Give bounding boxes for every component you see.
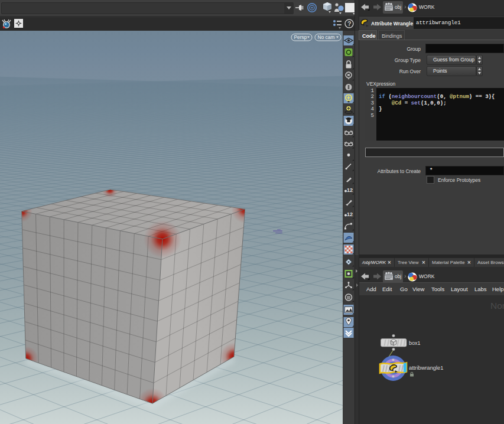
svg-text:12: 12 [347, 211, 353, 217]
svg-text:?: ? [347, 20, 351, 27]
svg-text:box1: box1 [409, 340, 421, 346]
svg-text:attribwrangle1: attribwrangle1 [409, 365, 443, 371]
svg-text:Persp: Persp [294, 34, 307, 40]
svg-text:None: None [490, 301, 504, 311]
svg-text:No cam: No cam [318, 34, 335, 40]
svg-text:12: 12 [347, 187, 353, 193]
